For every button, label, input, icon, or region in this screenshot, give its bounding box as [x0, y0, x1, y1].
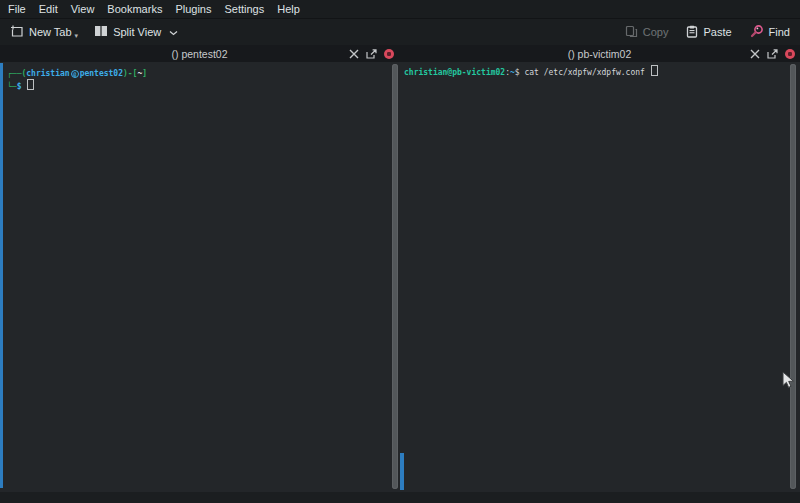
toolbar: New Tab ▾ Split View Copy	[0, 19, 800, 46]
terminal-cursor	[651, 65, 658, 76]
terminal-pb-victim02[interactable]: christian@pb-victim02:~$ cat /etc/xdpfw/…	[399, 62, 800, 492]
detach-view-icon[interactable]	[366, 48, 377, 59]
find-button[interactable]: Find	[750, 24, 790, 40]
pane-header-pb-victim02[interactable]: () pb-victim02	[399, 45, 800, 62]
menu-edit[interactable]: Edit	[39, 3, 58, 15]
copy-label: Copy	[643, 26, 669, 38]
new-tab-submenu-caret-icon: ▾	[75, 32, 79, 40]
menu-bookmarks[interactable]: Bookmarks	[107, 3, 162, 15]
scrollbar-left-pane[interactable]	[392, 64, 398, 489]
find-icon	[750, 24, 764, 40]
terminal-cursor	[27, 79, 34, 90]
copy-button[interactable]: Copy	[625, 25, 669, 40]
terminal-pentest02[interactable]: ┌──(christian@pentest02)-[~]└─$	[0, 62, 399, 492]
paste-icon	[686, 25, 698, 40]
scrollbar-right-pane[interactable]	[790, 64, 796, 489]
new-tab-icon	[10, 25, 24, 40]
chevron-down-icon	[169, 30, 178, 36]
toolbar-right-group: Copy Paste Find	[607, 24, 790, 40]
pane-title: () pb-victim02	[568, 48, 632, 60]
menu-view[interactable]: View	[71, 3, 95, 15]
maximize-view-icon[interactable]	[749, 48, 760, 59]
paste-label: Paste	[703, 26, 731, 38]
new-tab-label: New Tab	[29, 26, 72, 38]
copy-icon	[625, 25, 638, 40]
menu-plugins[interactable]: Plugins	[175, 3, 211, 15]
pane-header-actions	[348, 45, 394, 62]
split-view-container: () pentest02 ┌──(christian@pentest02)-[~…	[0, 45, 800, 492]
split-view-label: Split View	[113, 26, 161, 38]
close-view-button[interactable]	[384, 49, 394, 59]
pane-pb-victim02: () pb-victim02 christian@pb-victim02:~$ …	[399, 45, 800, 492]
terminal-output-left: ┌──(christian@pentest02)-[~]└─$	[0, 62, 399, 492]
paste-button[interactable]: Paste	[686, 25, 731, 40]
menu-file[interactable]: File	[8, 3, 26, 15]
recent-lines-indicator-bar	[400, 453, 404, 490]
detach-view-icon[interactable]	[767, 48, 778, 59]
split-view-icon	[94, 25, 108, 39]
split-view-button[interactable]: Split View	[94, 25, 178, 39]
pane-pentest02: () pentest02 ┌──(christian@pentest02)-[~…	[0, 45, 399, 492]
konsole-window: File Edit View Bookmarks Plugins Setting…	[0, 0, 800, 503]
pane-title: () pentest02	[171, 48, 227, 60]
menu-settings[interactable]: Settings	[224, 3, 264, 15]
new-tab-button[interactable]: New Tab ▾	[10, 25, 78, 40]
terminal-output-right: christian@pb-victim02:~$ cat /etc/xdpfw/…	[399, 62, 800, 492]
close-view-button[interactable]	[785, 49, 795, 59]
menu-help[interactable]: Help	[277, 3, 300, 15]
maximize-view-icon[interactable]	[348, 48, 359, 59]
pane-header-actions	[749, 45, 795, 62]
pane-header-pentest02[interactable]: () pentest02	[0, 45, 399, 62]
menubar: File Edit View Bookmarks Plugins Setting…	[0, 0, 800, 19]
find-label: Find	[769, 26, 790, 38]
